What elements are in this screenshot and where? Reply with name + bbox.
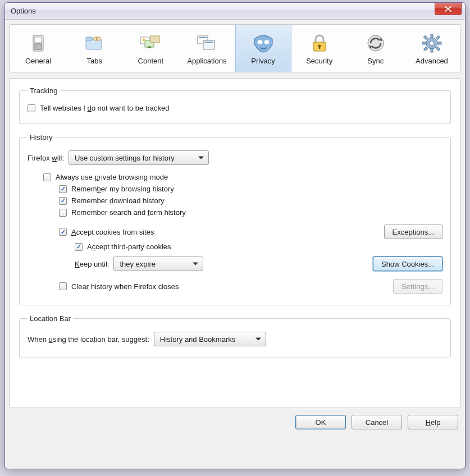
mask-icon <box>252 32 275 54</box>
svg-point-21 <box>368 35 384 51</box>
svg-rect-14 <box>204 42 213 43</box>
tab-label: Applications <box>187 57 226 65</box>
tab-label: Sync <box>367 57 384 65</box>
svg-rect-4 <box>86 37 93 40</box>
remember-download-checkbox[interactable] <box>59 197 67 205</box>
remember-browsing-label: Remember my browsing history <box>71 185 174 193</box>
folder-tabs-icon: 页 <box>83 32 106 54</box>
history-legend: History <box>28 133 54 141</box>
lock-icon <box>308 32 331 54</box>
show-cookies-button[interactable]: Show Cookies... <box>373 257 442 271</box>
history-mode-dropdown[interactable]: Use custom settings for history <box>69 150 209 165</box>
locationbar-suggest-label: When using the location bar, suggest: <box>28 335 149 344</box>
svg-rect-29 <box>436 47 440 51</box>
svg-rect-26 <box>422 42 426 44</box>
accept-cookies-checkbox[interactable] <box>59 228 67 236</box>
tell-websites-checkbox[interactable] <box>28 104 35 112</box>
close-icon <box>445 6 451 12</box>
svg-rect-12 <box>199 37 207 38</box>
svg-rect-2 <box>35 44 42 49</box>
switch-icon <box>27 32 49 54</box>
ok-button[interactable]: OK <box>295 415 346 429</box>
tab-privacy[interactable]: Privacy <box>235 25 291 72</box>
svg-rect-15 <box>204 44 213 49</box>
svg-rect-24 <box>431 34 433 38</box>
tab-label: Privacy <box>251 57 275 65</box>
locationbar-group: Location Bar When using the location bar… <box>19 314 451 358</box>
always-private-checkbox[interactable] <box>43 173 51 181</box>
svg-rect-3 <box>86 39 102 49</box>
tab-label: Advanced <box>416 57 448 65</box>
accept-third-party-label: Accept third-party cookies <box>87 242 171 251</box>
tracking-legend: Tracking <box>28 86 60 95</box>
accept-cookies-label: Accept cookies from sites <box>71 228 154 236</box>
remember-form-label: Remember search and form history <box>71 208 186 217</box>
tracking-group: Tracking Tell websites I do not want to … <box>19 86 451 124</box>
content-icon <box>139 32 162 54</box>
svg-rect-30 <box>436 35 440 39</box>
help-button[interactable]: Help <box>408 415 458 429</box>
svg-rect-25 <box>431 49 433 52</box>
applications-icon <box>195 32 218 54</box>
tab-content[interactable]: Content <box>122 25 179 72</box>
accept-third-party-checkbox[interactable] <box>75 243 83 251</box>
tab-sync[interactable]: Sync <box>348 25 404 72</box>
history-group: History Firefox will: Use custom setting… <box>19 133 451 305</box>
tab-label: General <box>25 57 51 65</box>
titlebar[interactable]: Options <box>5 3 465 20</box>
tell-websites-label: Tell websites I do not want to be tracke… <box>40 104 170 112</box>
tab-tabs[interactable]: 页 Tabs <box>66 25 122 72</box>
svg-point-10 <box>143 38 145 41</box>
locationbar-legend: Location Bar <box>28 314 73 323</box>
clear-on-close-label: Clear history when Firefox closes <box>71 282 179 291</box>
svg-rect-1 <box>35 37 42 43</box>
tab-general[interactable]: General <box>10 25 66 72</box>
tab-label: Tabs <box>86 57 102 65</box>
firefox-will-label: Firefox will: <box>28 154 64 162</box>
svg-point-23 <box>430 41 434 45</box>
svg-rect-27 <box>438 42 441 44</box>
gear-icon <box>421 32 443 54</box>
exceptions-button[interactable]: Exceptions... <box>384 225 442 239</box>
keep-until-dropdown[interactable]: they expire <box>113 257 203 271</box>
tab-applications[interactable]: Applications <box>179 25 235 72</box>
clear-on-close-checkbox[interactable] <box>59 282 67 290</box>
svg-point-17 <box>264 40 269 44</box>
privacy-panel: Tracking Tell websites I do not want to … <box>10 78 460 408</box>
tab-advanced[interactable]: Advanced <box>404 25 460 72</box>
category-tabs: General 页 Tabs Content Applications <box>10 24 460 72</box>
tab-label: Security <box>306 57 332 65</box>
sync-icon <box>364 32 387 54</box>
svg-text:页: 页 <box>95 37 99 40</box>
svg-rect-9 <box>150 36 159 43</box>
tab-security[interactable]: Security <box>291 25 348 72</box>
cancel-button[interactable]: Cancel <box>352 415 402 429</box>
clear-settings-button: Settings... <box>393 279 442 294</box>
options-window: Options General 页 Tabs Co <box>4 2 466 469</box>
remember-form-checkbox[interactable] <box>59 209 67 217</box>
svg-rect-20 <box>318 47 320 49</box>
remember-download-label: Remember download history <box>71 196 164 205</box>
locationbar-suggest-dropdown[interactable]: History and Bookmarks <box>154 332 266 346</box>
remember-browsing-checkbox[interactable] <box>59 185 67 193</box>
svg-point-16 <box>257 40 262 44</box>
svg-rect-28 <box>423 35 427 39</box>
window-title: Options <box>11 7 36 15</box>
svg-rect-31 <box>423 47 427 51</box>
keep-until-label: Keep until: <box>75 260 109 268</box>
always-private-label: Always use private browsing mode <box>56 173 168 181</box>
tab-label: Content <box>138 57 164 65</box>
close-button[interactable] <box>435 3 462 15</box>
dialog-footer: OK Cancel Help <box>10 415 460 429</box>
